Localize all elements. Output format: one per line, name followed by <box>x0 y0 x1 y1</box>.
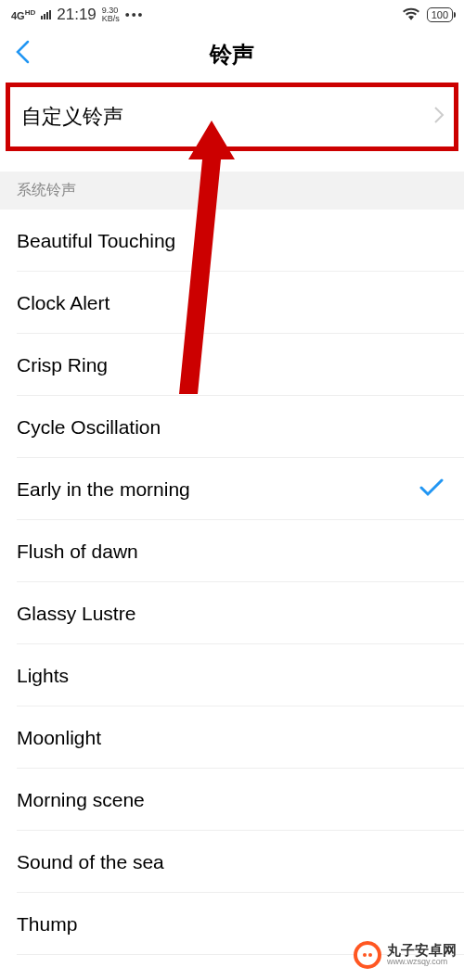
ringtone-name: Crisp Ring <box>17 354 108 376</box>
ringtone-name: Early in the morning <box>17 478 190 501</box>
battery-icon: 100 <box>427 7 453 22</box>
section-header: 系统铃声 <box>0 172 464 210</box>
status-left: 4GHD 21:19 9.30 KB/s ••• <box>11 6 145 24</box>
ringtone-list: Beautiful TouchingClock AlertCrisp RingC… <box>0 210 464 955</box>
ringtone-item[interactable]: Lights <box>0 644 464 706</box>
ringtone-name: Lights <box>17 665 69 687</box>
ringtone-item[interactable]: Sound of the sea <box>0 831 464 893</box>
custom-ringtone-label: 自定义铃声 <box>21 103 123 131</box>
clock: 21:19 <box>57 6 97 24</box>
watermark: 丸子安卓网 www.wzsqy.com <box>354 941 457 969</box>
ringtone-item[interactable]: Beautiful Touching <box>0 210 464 272</box>
ringtone-name: Moonlight <box>17 727 101 749</box>
status-bar: 4GHD 21:19 9.30 KB/s ••• 100 <box>0 0 464 30</box>
ringtone-name: Thump <box>17 913 77 935</box>
network-label: 4GHD <box>11 8 35 21</box>
checkmark-icon <box>419 475 444 503</box>
ringtone-name: Beautiful Touching <box>17 230 175 252</box>
chevron-right-icon <box>433 104 445 130</box>
ringtone-name: Sound of the sea <box>17 851 164 873</box>
watermark-title: 丸子安卓网 <box>387 943 457 959</box>
more-dots-icon: ••• <box>125 7 145 22</box>
ringtone-item[interactable]: Clock Alert <box>0 272 464 334</box>
back-button[interactable] <box>15 39 30 70</box>
ringtone-item[interactable]: Morning scene <box>0 769 464 831</box>
ringtone-name: Morning scene <box>17 789 145 811</box>
ringtone-item[interactable]: Moonlight <box>0 706 464 769</box>
watermark-logo-icon <box>354 941 381 969</box>
wifi-icon <box>403 7 419 23</box>
ringtone-name: Cycle Oscillation <box>17 416 161 439</box>
ringtone-item[interactable]: Cycle Oscillation <box>0 396 464 458</box>
page-title: 铃声 <box>0 40 464 70</box>
watermark-url: www.wzsqy.com <box>387 958 457 967</box>
custom-ringtone-row[interactable]: 自定义铃声 <box>6 83 458 151</box>
ringtone-item[interactable]: Crisp Ring <box>0 334 464 396</box>
signal-icon <box>41 10 51 19</box>
network-speed: 9.30 KB/s <box>102 6 120 23</box>
ringtone-item[interactable]: Glassy Lustre <box>0 582 464 644</box>
ringtone-item[interactable]: Early in the morning <box>0 458 464 520</box>
ringtone-item[interactable]: Flush of dawn <box>0 520 464 582</box>
ringtone-name: Glassy Lustre <box>17 603 135 625</box>
status-right: 100 <box>403 7 453 23</box>
ringtone-name: Clock Alert <box>17 292 110 314</box>
watermark-text: 丸子安卓网 www.wzsqy.com <box>387 943 457 967</box>
ringtone-name: Flush of dawn <box>17 541 138 563</box>
nav-header: 铃声 <box>0 30 464 80</box>
